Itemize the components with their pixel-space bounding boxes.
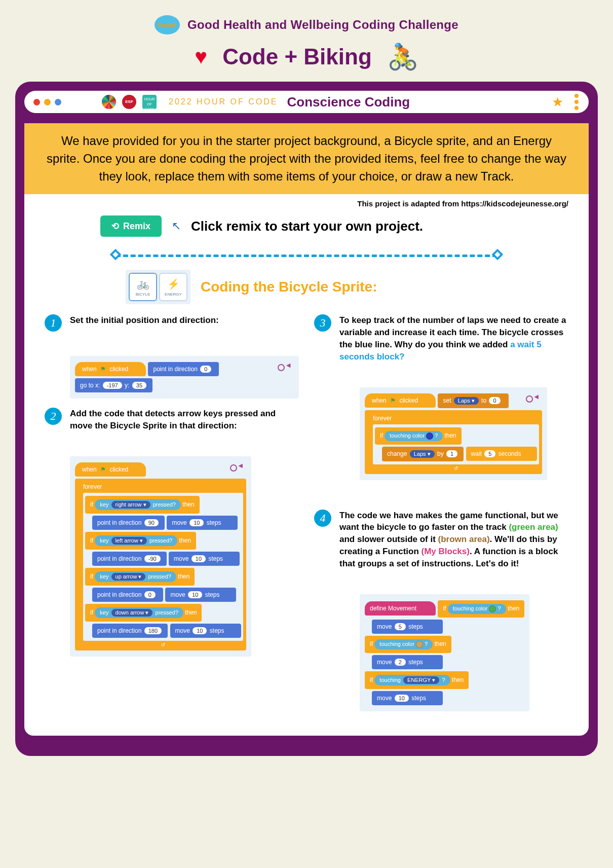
col-left: 1 Set the initial position and direction… xyxy=(45,314,299,720)
attribution-text: This project is adapted from https://kid… xyxy=(24,194,589,213)
step-text: Add the code that detects arrow keys pre… xyxy=(70,408,299,432)
code-block-1: when ⚑ clicked point in direction 0 go t… xyxy=(70,356,299,399)
remix-instruction: Click remix to start your own project. xyxy=(191,219,423,234)
block-if: if touching color ? then xyxy=(375,427,462,445)
browser-frame: ◀ ▶ ESF HOUR OF CODE 2022 HOUR OF CODE C… xyxy=(15,82,598,756)
heart-icon: ♥ xyxy=(195,45,207,69)
diamond-right-icon xyxy=(492,249,504,261)
esf-badge-icon: ESF xyxy=(122,95,136,109)
block-if: if key down arrow ▾ pressed? then xyxy=(85,604,202,622)
block-point-direction: point in direction 0 xyxy=(92,588,163,602)
block-set-var: set Laps ▾ to 0 xyxy=(438,393,509,408)
hour-of-code-badge-icon: HOUR OF CODE xyxy=(142,95,157,109)
block-wait: wait 5 seconds xyxy=(466,447,537,461)
scratch-logo-icon: Scratch xyxy=(155,15,180,34)
block-if: if touching color ? then xyxy=(438,600,524,618)
step-text: To keep track of the number of laps we n… xyxy=(339,314,568,363)
code-block-3: when ⚑ clicked set Laps ▾ to 0 forever i… xyxy=(360,387,547,480)
cursor-icon: ↖ xyxy=(172,220,181,233)
sprite-label: BICYLE xyxy=(136,292,150,297)
step-badge: 1 xyxy=(45,314,62,332)
block-goto-xy: go to x: -197 y: 35 xyxy=(75,378,152,392)
bicycle-sprite-icon xyxy=(226,460,244,471)
block-point-direction: point in direction 90 xyxy=(92,516,165,530)
sprite-selector: 🚲BICYLE ⚡ENERGY xyxy=(126,270,190,304)
sprite-bicycle[interactable]: 🚲BICYLE xyxy=(129,273,157,301)
bar-year-label: 2022 HOUR OF CODE xyxy=(169,97,278,106)
step-text: The code we have makes the game function… xyxy=(339,510,568,570)
step-badge: 2 xyxy=(45,408,62,425)
block-forever: forever if touching color ? then change … xyxy=(365,410,542,474)
block-point-direction: point in direction 0 xyxy=(148,362,219,376)
content-panel: We have provided for you in the starter … xyxy=(24,123,589,736)
star-icon[interactable]: ★ xyxy=(552,94,563,110)
block-move: move 5 steps xyxy=(372,620,443,634)
page-header: Scratch Good Health and Wellbeing Coding… xyxy=(0,15,613,71)
sprite-energy[interactable]: ⚡ENERGY xyxy=(159,273,187,301)
block-when-clicked: when ⚑ clicked xyxy=(365,393,436,408)
step-1: 1 Set the initial position and direction… xyxy=(45,314,299,332)
block-when-clicked: when ⚑ clicked xyxy=(75,462,146,477)
block-when-clicked: when ⚑ clicked xyxy=(75,362,146,376)
block-define: define Movement xyxy=(365,601,436,616)
block-change-var: change Laps ▾ by 1 xyxy=(382,447,464,461)
step-3: 3 To keep track of the number of laps we… xyxy=(314,314,568,363)
step-badge: 3 xyxy=(314,314,331,332)
divider xyxy=(116,249,497,260)
step-text: Set the initial position and direction: xyxy=(70,314,219,332)
col-right: 3 To keep track of the number of laps we… xyxy=(314,314,568,720)
step-badge: 4 xyxy=(314,510,331,527)
bicycle-sprite-icon xyxy=(274,360,292,370)
bar-title: Conscience Coding xyxy=(287,94,410,110)
block-if: if key up arrow ▾ pressed? then xyxy=(85,568,195,586)
block-move: move 10 steps xyxy=(165,588,236,602)
page-title: Code + Biking xyxy=(222,44,372,69)
max-dot-icon xyxy=(55,99,61,105)
sdg-wheel-icon xyxy=(102,95,116,109)
block-if: if touching color ? then xyxy=(365,636,451,653)
nav-back-icon[interactable]: ◀ xyxy=(71,96,79,107)
block-move: move 10 steps xyxy=(372,691,443,705)
block-forever: forever if key right arrow ▾ pressed? th… xyxy=(75,479,246,650)
block-if: if key left arrow ▾ pressed? then xyxy=(85,532,196,550)
code-block-4: define Movement if touching color ? then… xyxy=(360,594,529,711)
sprite-label: ENERGY xyxy=(165,292,182,297)
close-dot-icon xyxy=(33,99,40,105)
nav-forward-icon[interactable]: ▶ xyxy=(85,96,92,107)
window-controls xyxy=(33,99,61,105)
kebab-menu-icon[interactable] xyxy=(574,94,579,110)
header-eyebrow: Good Health and Wellbeing Coding Challen… xyxy=(187,18,458,32)
remix-button[interactable]: Remix xyxy=(100,215,162,237)
code-block-2: when ⚑ clicked forever if key right arro… xyxy=(70,456,251,657)
step-2: 2 Add the code that detects arrow keys p… xyxy=(45,408,299,432)
block-if: if touching ENERGY ▾ ? then xyxy=(365,671,469,689)
step-4: 4 The code we have makes the game functi… xyxy=(314,510,568,570)
diamond-left-icon xyxy=(110,249,122,261)
browser-address-bar: ◀ ▶ ESF HOUR OF CODE 2022 HOUR OF CODE C… xyxy=(24,91,589,113)
block-move: move 2 steps xyxy=(372,655,443,669)
cyclist-icon: 🚴 xyxy=(387,42,418,71)
bicycle-sprite-icon xyxy=(522,391,540,402)
block-move: move 10 steps xyxy=(167,516,238,530)
intro-text: We have provided for you in the starter … xyxy=(24,123,589,194)
block-move: move 10 steps xyxy=(169,552,240,566)
min-dot-icon xyxy=(44,99,51,105)
block-if: if key right arrow ▾ pressed? then xyxy=(85,496,200,514)
section-title: Coding the Bicycle Sprite: xyxy=(201,279,377,295)
block-point-direction: point in direction -90 xyxy=(92,552,167,566)
block-point-direction: point in direction 180 xyxy=(92,624,168,638)
block-move: move 10 steps xyxy=(170,624,241,638)
